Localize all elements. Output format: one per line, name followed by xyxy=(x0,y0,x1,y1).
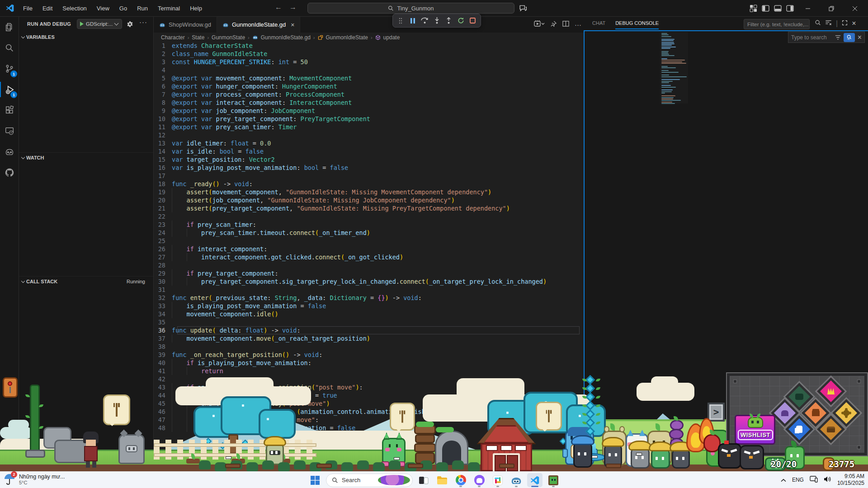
start-button[interactable] xyxy=(307,473,323,487)
run-and-debug-icon[interactable]: 1 xyxy=(0,79,19,100)
code-line-14[interactable]: 14var is_idle: bool = false xyxy=(154,147,584,155)
code-line-26[interactable]: 26 if interact_component: xyxy=(154,245,584,253)
code-line-45[interactable]: 45 animation_control.play("post move") xyxy=(154,399,584,408)
launch-config-dropdown[interactable]: GDScript:... xyxy=(77,19,122,29)
close-search-icon[interactable]: × xyxy=(858,33,862,42)
code-line-3[interactable]: 3const HUNGER_PERCENT_STRIKE: int = 50 xyxy=(154,58,584,66)
vscode-taskbar-icon[interactable] xyxy=(527,473,542,487)
console-search-widget[interactable]: Type to search × xyxy=(788,32,865,43)
maximize-panel-icon[interactable] xyxy=(842,19,848,28)
restart-button[interactable] xyxy=(456,16,466,26)
godot-icon[interactable] xyxy=(509,473,524,487)
github-icon[interactable] xyxy=(0,162,19,183)
code-line-5[interactable]: 5@export var movement_component: Movemen… xyxy=(154,74,584,82)
code-line-43[interactable]: 43 if animation_control.has_animation("p… xyxy=(154,383,584,391)
code-line-38[interactable]: 38 xyxy=(154,343,584,351)
debug-settings-gear-icon[interactable] xyxy=(127,21,133,29)
breadcrumb[interactable]: Character› State› GunmonState› GunmonIdl… xyxy=(161,33,400,42)
tab-debug-console[interactable]: DEBUG CONSOLE xyxy=(615,20,659,29)
code-line-36[interactable]: 36func update(_delta: float) -> void: xyxy=(154,326,584,334)
run-or-debug-icon[interactable] xyxy=(534,20,545,29)
explorer-icon[interactable] xyxy=(0,17,19,38)
code-line-20[interactable]: 20 assert(job_component, "GunmonIdleStat… xyxy=(154,196,584,204)
code-line-33[interactable]: 33 is_playing_post_move_animation = fals… xyxy=(154,302,584,310)
game-window-icon[interactable] xyxy=(546,473,561,487)
fuzzy-search-toggle[interactable] xyxy=(844,33,855,42)
minimize-button[interactable] xyxy=(798,2,817,15)
source-control-icon[interactable]: 1 xyxy=(0,58,19,79)
menu-item-view[interactable]: View xyxy=(93,3,113,14)
code-area[interactable]: 1extends CharacterState2class_name Gunmo… xyxy=(154,42,584,432)
more-actions-icon[interactable]: ··· xyxy=(575,21,581,28)
code-line-16[interactable]: 16var is_playing_post_move_animation: bo… xyxy=(154,164,584,172)
code-line-17[interactable]: 17 xyxy=(154,172,584,180)
code-line-4[interactable]: 4 xyxy=(154,66,584,74)
step-into-button[interactable] xyxy=(432,16,442,26)
start-debug-icon[interactable] xyxy=(80,22,84,26)
code-line-21[interactable]: 21 assert(prey_target_component, "Gunmon… xyxy=(154,204,584,212)
toggle-panel-icon[interactable] xyxy=(774,5,782,12)
tab-gunmonidlestate[interactable]: GunmonIdleState.gd × xyxy=(217,17,300,33)
menu-item-go[interactable]: Go xyxy=(115,3,131,14)
code-line-48[interactable]: 48 is_playing_post_move_animation = fals… xyxy=(154,424,584,432)
game-next-button[interactable]: > xyxy=(708,403,725,422)
command-center-search[interactable]: Tiny_Gunmon xyxy=(307,3,514,14)
code-line-23[interactable]: 23 if prey_scan_timer: xyxy=(154,221,584,229)
tray-chevron-icon[interactable] xyxy=(781,476,786,484)
code-line-32[interactable]: 32func enter(_previous_state: String, _d… xyxy=(154,294,584,302)
toolbar-drag-handle[interactable] xyxy=(396,16,406,26)
code-line-18[interactable]: 18func _ready() -> void: xyxy=(154,180,584,188)
code-line-9[interactable]: 9@export var job_component: JobComponent xyxy=(154,107,584,115)
slack-icon[interactable] xyxy=(490,473,505,487)
step-over-button[interactable] xyxy=(420,16,429,26)
views-more-actions-icon[interactable]: ··· xyxy=(139,18,147,26)
code-line-30[interactable]: 30 prey_target_component.sig_target_prey… xyxy=(154,277,584,286)
menu-item-selection[interactable]: Selection xyxy=(58,3,90,14)
clock[interactable]: 9:05 AM 10/15/2025 xyxy=(837,473,864,487)
game-pin-button[interactable] xyxy=(3,377,18,398)
file-explorer-icon[interactable] xyxy=(434,473,450,487)
github-desktop-icon[interactable] xyxy=(472,473,487,487)
chrome-icon[interactable] xyxy=(453,473,468,487)
volume-icon[interactable] xyxy=(824,476,831,484)
code-line-10[interactable]: 10@export var prey_target_component: Pre… xyxy=(154,115,584,123)
watch-section-header[interactable]: WATCH xyxy=(19,152,153,163)
close-button[interactable] xyxy=(845,2,864,15)
close-tab-icon[interactable]: × xyxy=(291,21,294,28)
code-line-42[interactable]: 42 xyxy=(154,375,584,383)
code-line-8[interactable]: 8@export var interact_component: Interac… xyxy=(154,99,584,107)
console-filter-input[interactable]: Filter (e.g. text, !exclude,... xyxy=(744,19,810,29)
code-line-29[interactable]: 29 if prey_target_component: xyxy=(154,269,584,277)
menu-item-edit[interactable]: Edit xyxy=(38,3,57,14)
copilot-icon[interactable] xyxy=(519,4,527,14)
toggle-sidebar-icon[interactable] xyxy=(762,5,769,12)
code-line-25[interactable]: 25 xyxy=(154,237,584,245)
task-view-icon[interactable] xyxy=(416,473,431,487)
menu-item-help[interactable]: Help xyxy=(186,3,206,14)
split-editor-icon[interactable] xyxy=(562,20,569,29)
code-line-41[interactable]: 41 return xyxy=(154,367,584,375)
code-line-46[interactable]: 46 var finished_name = await (animation_… xyxy=(154,408,584,416)
step-out-button[interactable] xyxy=(444,16,453,26)
remote-explorer-icon[interactable] xyxy=(0,121,19,141)
close-panel-icon[interactable]: × xyxy=(852,19,856,28)
code-line-7[interactable]: 7@export var process_component: ProcessC… xyxy=(154,90,584,99)
code-line-11[interactable]: 11@export var prey_scan_timer: Timer xyxy=(154,123,584,131)
code-line-40[interactable]: 40 if is_playing_post_move_animation: xyxy=(154,359,584,367)
code-line-2[interactable]: 2class_name GunmonIdleState xyxy=(154,50,584,58)
call-stack-section-header[interactable]: CALL STACK Running xyxy=(19,276,153,286)
code-line-28[interactable]: 28 xyxy=(154,261,584,269)
customize-layout-icon[interactable] xyxy=(750,5,757,12)
code-line-1[interactable]: 1extends CharacterState xyxy=(154,42,584,50)
code-line-15[interactable]: 15var target_position: Vector2 xyxy=(154,155,584,164)
nav-back-icon[interactable]: ← xyxy=(275,3,282,11)
code-line-47[interactable]: 47 if finished_name == "post move": xyxy=(154,416,584,424)
pin-editor-icon[interactable] xyxy=(550,20,557,29)
wishlist-button[interactable]: WISHLIST xyxy=(735,415,775,445)
nav-forward-icon[interactable]: → xyxy=(289,3,297,11)
code-line-12[interactable]: 12 xyxy=(154,131,584,139)
search-sidebar-icon[interactable] xyxy=(0,38,19,58)
menu-item-run[interactable]: Run xyxy=(133,3,152,14)
input-device-icon[interactable] xyxy=(810,476,818,484)
code-line-13[interactable]: 13var idle_timer: float = 0.0 xyxy=(154,139,584,147)
